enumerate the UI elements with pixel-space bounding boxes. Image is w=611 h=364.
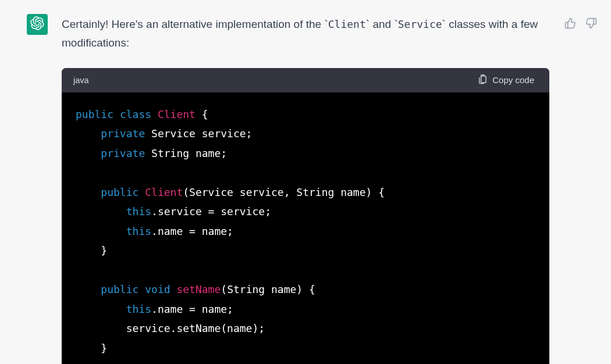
assistant-message-row: Certainly! Here's an alternative impleme… <box>0 0 611 364</box>
copy-code-button[interactable]: Copy code <box>474 74 538 87</box>
assistant-intro-text: Certainly! Here's an alternative impleme… <box>62 14 549 53</box>
openai-logo-icon <box>30 16 44 33</box>
inline-code-service: Service <box>398 18 442 30</box>
thumbs-down-button[interactable] <box>584 16 598 32</box>
code-block-header: java Copy code <box>62 68 549 92</box>
code-content: public class Client { private Service se… <box>62 92 549 364</box>
svg-rect-0 <box>481 76 486 82</box>
thumbs-up-button[interactable] <box>563 16 577 32</box>
message-content: Certainly! Here's an alternative impleme… <box>62 14 549 364</box>
copy-code-label: Copy code <box>492 75 534 85</box>
inline-code-client: Client <box>328 18 366 30</box>
assistant-avatar <box>27 14 48 35</box>
code-text: public class Client { private Service se… <box>76 108 385 364</box>
clipboard-icon <box>478 74 488 86</box>
intro-text-mid: and <box>370 18 394 30</box>
thumbs-down-icon <box>585 17 597 31</box>
thumbs-up-icon <box>564 17 576 31</box>
code-language-label: java <box>73 76 89 85</box>
code-block: java Copy code public class Client { pri… <box>62 68 549 364</box>
intro-text-pre: Certainly! Here's an alternative impleme… <box>62 18 324 30</box>
feedback-controls <box>563 14 601 32</box>
